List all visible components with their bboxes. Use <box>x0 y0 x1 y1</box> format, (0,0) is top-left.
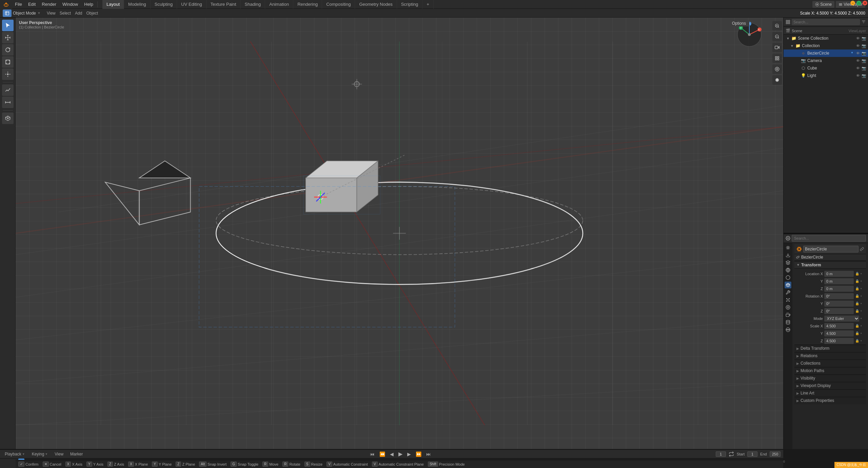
op-x-axis[interactable]: X X Axis <box>65 462 82 467</box>
collection-vis-2[interactable]: 📷 <box>861 43 867 48</box>
transform-section-header[interactable]: ▼ Transform <box>794 261 866 269</box>
relations-section[interactable]: ▶ Relations <box>794 352 866 360</box>
menu-edit[interactable]: Edit <box>25 0 38 9</box>
header-object[interactable]: Object <box>84 10 100 16</box>
props-search-input[interactable] <box>792 235 866 242</box>
header-add[interactable]: Add <box>73 10 84 16</box>
custom-properties-section[interactable]: ▶ Custom Properties <box>794 397 866 404</box>
location-x-value[interactable]: 0 m <box>824 271 854 277</box>
scene-selector[interactable]: Scene <box>812 1 834 8</box>
workspace-texture-paint[interactable]: Texture Paint <box>206 0 241 9</box>
op-y-plane[interactable]: Y Y Plane <box>152 462 172 467</box>
scale-x-lock[interactable]: 🔒 <box>855 324 859 328</box>
tree-collection[interactable]: ▼ 📁 Collection 👁 📷 <box>784 42 868 49</box>
light-vis-2[interactable]: 📷 <box>861 73 867 78</box>
props-icon-data[interactable] <box>785 319 791 326</box>
viewport-display-section[interactable]: ▶ Viewport Display <box>794 382 866 389</box>
tl-next-key[interactable]: ▶ <box>406 451 412 457</box>
rotation-x-lock[interactable]: 🔒 <box>855 294 859 298</box>
tool-annotate[interactable] <box>2 84 14 96</box>
props-icon-view-layer[interactable] <box>785 259 791 266</box>
tree-cube[interactable]: ⬡ Cube 👁 📷 <box>784 64 868 72</box>
end-frame-display[interactable]: 250 <box>770 451 781 457</box>
header-select[interactable]: Select <box>58 10 73 16</box>
op-confirm[interactable]: ✓ Confirm <box>18 462 39 467</box>
viewport-overlay[interactable] <box>772 64 782 74</box>
viewport-zoom-out[interactable] <box>772 32 782 41</box>
viewport-camera-view[interactable] <box>772 43 782 52</box>
object-name-link-icon[interactable] <box>860 247 864 251</box>
tl-prev-key[interactable]: ◀ <box>389 451 395 457</box>
rotation-mode-select[interactable]: XYZ Euler <box>824 316 859 322</box>
tl-prev-frame[interactable]: ⏪ <box>378 451 387 457</box>
scale-y-lock[interactable]: 🔒 <box>855 331 859 335</box>
viewport-zoom-in[interactable] <box>772 21 782 30</box>
line-art-section[interactable]: ▶ Line Art <box>794 389 866 397</box>
op-x-plane[interactable]: X X Plane <box>128 462 148 467</box>
op-resize[interactable]: S Resize <box>304 462 322 467</box>
props-icon-constraints[interactable] <box>785 311 791 318</box>
rotation-x-value[interactable]: 0° <box>824 293 854 299</box>
scene-collection-vis-2[interactable]: 📷 <box>861 36 867 41</box>
workspace-compositing[interactable]: Compositing <box>322 0 355 9</box>
op-precision-mode[interactable]: Shift Precision Mode <box>428 462 465 467</box>
props-icon-material[interactable] <box>785 326 791 333</box>
workspace-shading[interactable]: Shading <box>241 0 265 9</box>
start-frame-display[interactable]: 1 <box>747 451 757 457</box>
playback-tab[interactable]: Playback ▼ <box>3 451 27 457</box>
props-icon-object[interactable] <box>785 282 791 288</box>
tree-scene-collection[interactable]: ▼ 📁 Scene Collection 👁 📷 <box>784 35 868 42</box>
minimize-btn[interactable]: ─ <box>850 1 855 5</box>
location-y-value[interactable]: 0 m <box>824 278 854 284</box>
rotation-y-value[interactable]: 0° <box>824 301 854 307</box>
tool-measure[interactable] <box>2 97 14 108</box>
op-snap-toggle[interactable]: G Snap Toggle <box>231 462 258 467</box>
menu-render[interactable]: Render <box>39 0 59 9</box>
tl-jump-start[interactable]: ⏮ <box>369 451 376 457</box>
bezier-vis-1[interactable]: 👁 <box>855 50 861 56</box>
rotation-z-lock[interactable]: 🔒 <box>855 309 859 313</box>
tool-rotate[interactable] <box>2 44 14 56</box>
tl-play[interactable]: ▶ <box>397 450 404 458</box>
menu-help[interactable]: Help <box>81 0 96 9</box>
location-z-value[interactable]: 0 m <box>824 286 854 292</box>
op-snap-invert[interactable]: Alt Snap Invert <box>199 462 226 467</box>
workspace-layout[interactable]: Layout <box>102 0 124 9</box>
op-cancel[interactable]: ✕ Cancel <box>43 462 61 467</box>
workspace-geometry-nodes[interactable]: Geometry Nodes <box>355 0 397 9</box>
camera-vis-1[interactable]: 👁 <box>855 58 861 63</box>
blender-logo[interactable] <box>0 0 12 9</box>
tool-scale[interactable] <box>2 56 14 68</box>
tool-add-cube[interactable] <box>2 113 14 124</box>
cube-vis-1[interactable]: 👁 <box>855 65 861 71</box>
scale-x-value[interactable]: 4.500 <box>824 323 854 329</box>
maximize-btn[interactable]: □ <box>856 1 861 5</box>
op-auto-constraint[interactable]: V Automatic Constraint <box>327 462 368 467</box>
view-tab[interactable]: View <box>53 451 65 457</box>
op-z-plane[interactable]: Z Z Plane <box>176 462 195 467</box>
tool-select-cursor[interactable] <box>2 20 14 31</box>
keying-tab[interactable]: Keying ▼ <box>30 451 50 457</box>
mode-icon[interactable] <box>3 9 12 17</box>
camera-vis-2[interactable]: 📷 <box>861 58 867 63</box>
tree-bezier-circle[interactable]: ○ BezierCircle ● 👁 📷 <box>784 49 868 57</box>
light-vis-1[interactable]: 👁 <box>855 73 861 78</box>
scale-y-value[interactable]: 4.500 <box>824 330 854 337</box>
motion-paths-section[interactable]: ▶ Motion Paths <box>794 367 866 374</box>
collection-vis-1[interactable]: 👁 <box>855 43 861 48</box>
tool-move[interactable] <box>2 32 14 43</box>
loop-icon[interactable] <box>729 451 734 457</box>
header-view[interactable]: View <box>45 10 58 16</box>
workspace-sculpting[interactable]: Sculpting <box>151 0 177 9</box>
tl-jump-end[interactable]: ⏭ <box>425 451 432 457</box>
location-z-lock[interactable]: 🔒 <box>855 287 859 290</box>
props-icon-output[interactable] <box>785 252 791 259</box>
workspace-scripting[interactable]: Scripting <box>397 0 423 9</box>
menu-file[interactable]: File <box>12 0 25 9</box>
tool-transform[interactable] <box>2 68 14 80</box>
bezier-vis-2[interactable]: 📷 <box>861 50 867 56</box>
object-name-input[interactable] <box>803 246 859 252</box>
location-x-lock[interactable]: 🔒 <box>855 272 859 276</box>
menu-window[interactable]: Window <box>60 0 81 9</box>
workspace-add[interactable]: + <box>422 0 434 9</box>
